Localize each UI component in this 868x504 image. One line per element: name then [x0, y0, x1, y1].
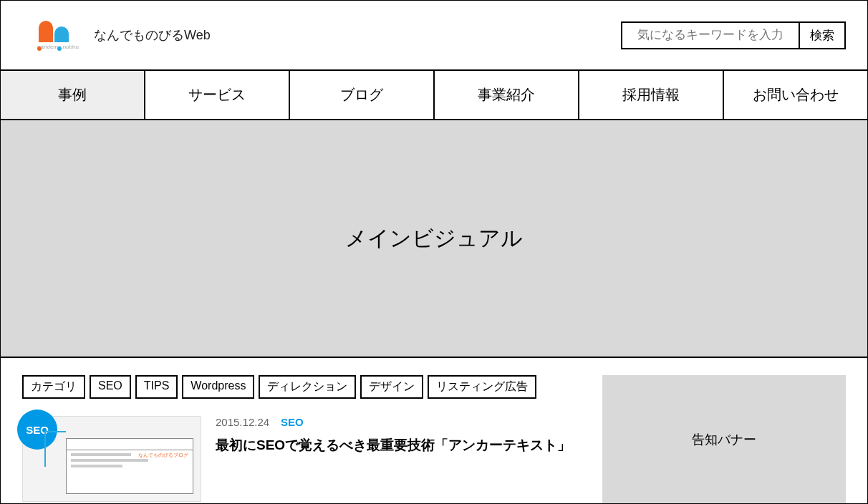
category-tag-3[interactable]: ディレクション: [259, 375, 356, 399]
article-card[interactable]: SEO なんでものびるブログ 2015.12.24 SEO 最: [22, 416, 574, 502]
content-area: カテゴリSEOTIPSWordpressディレクションデザインリスティング広告 …: [1, 358, 867, 504]
article-title: 最初にSEOで覚えるべき最重要技術「アンカーテキスト」: [216, 435, 574, 456]
site-title: なんでものびるWeb: [94, 26, 211, 44]
nav-item-5[interactable]: お問い合わせ: [724, 71, 867, 119]
hero-visual: メインビジュアル: [1, 120, 867, 358]
header: nandemo nobiru なんでものびるWeb 検索: [1, 1, 867, 69]
logo-icon: nandemo nobiru: [29, 14, 87, 57]
category-tag-4[interactable]: デザイン: [360, 375, 423, 399]
search-box: 検索: [621, 21, 846, 49]
article-body: 2015.12.24 SEO 最初にSEOで覚えるべき最重要技術「アンカーテキス…: [216, 416, 574, 502]
search-button[interactable]: 検索: [800, 21, 846, 49]
category-tag-0[interactable]: SEO: [90, 375, 131, 399]
search-input[interactable]: [621, 21, 800, 49]
category-tag-2[interactable]: Wordpress: [182, 375, 254, 399]
sidebar: 告知バナー: [602, 375, 846, 504]
announcement-banner[interactable]: 告知バナー: [602, 375, 846, 504]
category-label: カテゴリ: [22, 375, 85, 399]
hero-text: メインビジュアル: [345, 224, 523, 253]
main-column: カテゴリSEOTIPSWordpressディレクションデザインリスティング広告 …: [22, 375, 574, 504]
nav-item-2[interactable]: ブログ: [290, 71, 435, 119]
nav-item-4[interactable]: 採用情報: [579, 71, 724, 119]
category-tag-5[interactable]: リスティング広告: [428, 375, 536, 399]
article-date: 2015.12.24: [216, 416, 269, 428]
nav-item-1[interactable]: サービス: [145, 71, 290, 119]
article-thumbnail: SEO なんでものびるブログ: [22, 416, 201, 502]
category-row: カテゴリSEOTIPSWordpressディレクションデザインリスティング広告: [22, 375, 574, 399]
nav-item-0[interactable]: 事例: [1, 71, 145, 119]
category-tag-1[interactable]: TIPS: [135, 375, 178, 399]
nav-item-3[interactable]: 事業紹介: [435, 71, 579, 119]
main-nav: 事例サービスブログ事業紹介採用情報お問い合わせ: [1, 69, 867, 120]
article-category[interactable]: SEO: [281, 416, 304, 428]
logo-area[interactable]: nandemo nobiru なんでものびるWeb: [22, 10, 218, 60]
